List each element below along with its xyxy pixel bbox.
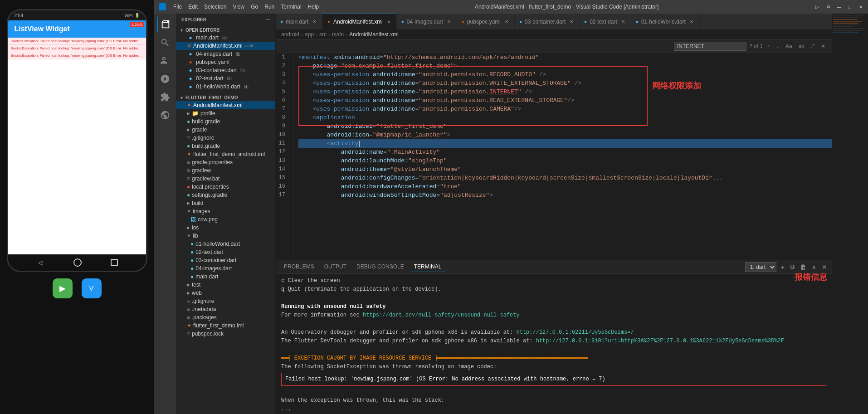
devtools-url[interactable]: http://127.0.0.1:9101?uri=http%3A%2F%2F1… bbox=[536, 338, 784, 344]
tab-03-container[interactable]: ● 03-container.dart ✕ bbox=[515, 14, 580, 29]
tab-02-text[interactable]: ● 02-text.dart ✕ bbox=[580, 14, 631, 29]
tab-04-images[interactable]: ● 04-images.dart ✕ bbox=[397, 14, 457, 29]
close-button[interactable]: ✕ bbox=[858, 4, 863, 10]
menu-go[interactable]: Go bbox=[251, 4, 258, 10]
breadcrumb-main[interactable]: main bbox=[332, 31, 344, 38]
03-close[interactable]: ✕ bbox=[568, 19, 575, 25]
project-gradle-folder[interactable]: ▶ gradle bbox=[176, 126, 275, 134]
project-gradlew[interactable]: ≡ gradlew bbox=[176, 166, 275, 175]
open-editors-section[interactable]: ▼ OPEN EDITORS bbox=[176, 26, 275, 34]
02-close[interactable]: ✕ bbox=[620, 19, 626, 25]
project-gradle-properties[interactable]: ≡ gradle.properties bbox=[176, 158, 275, 166]
tab-01-hello[interactable]: ● 01-helloWorld.dart ✕ bbox=[631, 14, 700, 29]
project-gitignore-2[interactable]: ≡ .gitignore bbox=[176, 297, 275, 305]
tab-androidmanifest[interactable]: ✦ AndroidManifest.xml ✕ bbox=[322, 14, 397, 29]
app-icon-2[interactable]: V bbox=[82, 278, 102, 298]
breadcrumb-app[interactable]: app bbox=[305, 31, 314, 38]
project-local-properties[interactable]: ● local.properties bbox=[176, 183, 275, 191]
manifest-close[interactable]: ✕ bbox=[385, 19, 392, 25]
find-input[interactable] bbox=[674, 42, 746, 51]
activity-source-control[interactable] bbox=[157, 53, 173, 69]
project-images-folder[interactable]: ▼ images bbox=[176, 207, 275, 215]
project-01-hello[interactable]: ● 01-helloWorld.dart bbox=[176, 240, 275, 248]
project-test-folder[interactable]: ▶ test bbox=[176, 281, 275, 289]
project-metadata[interactable]: ≡ .metadata bbox=[176, 305, 275, 313]
project-pubspec-lock[interactable]: ≡ pubspec.lock bbox=[176, 330, 275, 338]
tab-main-dart[interactable]: ● main.dart ✕ bbox=[276, 14, 322, 29]
01-close[interactable]: ✕ bbox=[688, 19, 695, 25]
recents-button[interactable] bbox=[111, 259, 118, 266]
project-build-gradle-2[interactable]: ● build.gradle bbox=[176, 142, 275, 150]
project-androidmanifest[interactable]: ✦ AndroidManifest.xml bbox=[176, 101, 275, 109]
explorer-more[interactable]: ··· bbox=[266, 17, 270, 22]
activity-search[interactable] bbox=[157, 34, 173, 51]
terminal-chevron-up[interactable]: ∧ bbox=[811, 263, 817, 272]
find-whole-word[interactable]: ab bbox=[797, 42, 806, 50]
project-web-folder[interactable]: ▶ web bbox=[176, 289, 275, 297]
project-settings-gradle[interactable]: ● settings.gradle bbox=[176, 191, 275, 199]
home-button[interactable] bbox=[73, 258, 82, 267]
split-editor-button[interactable]: ⧉ bbox=[825, 4, 831, 10]
terminal-selector[interactable]: 1: dart bbox=[745, 262, 776, 272]
terminal-trash[interactable]: 🗑 bbox=[799, 263, 807, 272]
open-editor-pubspec[interactable]: ● pubspec.yaml bbox=[176, 58, 275, 66]
pubspec-close[interactable]: ✕ bbox=[503, 19, 510, 25]
null-safety-url[interactable]: https://dart.dev/null-safety/unsound-nul… bbox=[363, 312, 520, 318]
menu-help[interactable]: Help bbox=[308, 4, 319, 10]
menu-edit[interactable]: Edit bbox=[188, 4, 198, 10]
activity-debug[interactable] bbox=[157, 71, 173, 87]
find-match-case[interactable]: Aa bbox=[784, 42, 794, 50]
project-lib-folder[interactable]: ▼ lib bbox=[176, 232, 275, 240]
menu-file[interactable]: File bbox=[173, 4, 182, 10]
menu-selection[interactable]: Selection bbox=[204, 4, 226, 10]
activity-remote[interactable] bbox=[157, 107, 173, 123]
find-close[interactable]: ✕ bbox=[819, 42, 827, 50]
tab-problems[interactable]: PROBLEMS bbox=[279, 262, 319, 272]
run-button[interactable]: ▷ bbox=[814, 4, 820, 10]
breadcrumb-src[interactable]: src bbox=[319, 31, 327, 38]
find-next[interactable]: ↓ bbox=[775, 42, 781, 50]
breadcrumb-file[interactable]: AndroidManifest.xml bbox=[349, 31, 399, 38]
project-build-folder[interactable]: ▶ build bbox=[176, 199, 275, 207]
tab-terminal[interactable]: TERMINAL bbox=[410, 262, 446, 272]
find-prev[interactable]: ↑ bbox=[766, 42, 772, 50]
breadcrumb-android[interactable]: android bbox=[281, 31, 299, 38]
back-button[interactable]: ◁ bbox=[36, 258, 45, 267]
project-ios-folder[interactable]: ▶ ios bbox=[176, 224, 275, 232]
maximize-button[interactable]: □ bbox=[847, 4, 853, 10]
open-editor-main-dart[interactable]: ● main.dart lib bbox=[176, 34, 275, 42]
open-editor-androidmanifest[interactable]: ✕ AndroidManifest.xml andr... bbox=[176, 42, 275, 50]
project-flutter-android-iml[interactable]: ✦ flutter_first_demo_android.iml bbox=[176, 150, 275, 158]
panel-close[interactable]: ✕ bbox=[821, 263, 828, 272]
find-regex[interactable]: .* bbox=[809, 42, 816, 50]
menu-terminal[interactable]: Terminal bbox=[281, 4, 301, 10]
project-flutter-iml[interactable]: ✦ flutter_first_demo.iml bbox=[176, 321, 275, 330]
tab-debug-console[interactable]: DEBUG CONSOLE bbox=[352, 262, 409, 272]
project-gitignore-1[interactable]: ≡ .gitignore bbox=[176, 134, 275, 142]
open-editor-04-images[interactable]: ● 04-images.dart lib bbox=[176, 50, 275, 58]
project-build-gradle-1[interactable]: ● build.gradle bbox=[176, 117, 275, 126]
project-profile[interactable]: ▶ 📁 profile bbox=[176, 109, 275, 117]
observatory-url[interactable]: http://127.0.0.1:62211/Uy5eScDezms=/ bbox=[516, 329, 634, 336]
04-close[interactable]: ✕ bbox=[446, 19, 452, 25]
project-gradlew-bat[interactable]: ≡ gradlew.bat bbox=[176, 175, 275, 183]
app-icon-1[interactable]: ▶ bbox=[53, 278, 73, 298]
tab-output[interactable]: OUTPUT bbox=[320, 262, 351, 272]
main-dart-close[interactable]: ✕ bbox=[311, 19, 317, 25]
menu-view[interactable]: View bbox=[233, 4, 244, 10]
activity-files[interactable] bbox=[157, 16, 173, 33]
open-editor-01-hello[interactable]: ● 01-helloWorld.dart lib bbox=[176, 83, 275, 91]
project-section[interactable]: ▼ FLUTTER_FIRST_DEMO bbox=[176, 93, 275, 101]
project-cow-png[interactable]: 🖼 cow.png bbox=[176, 215, 275, 224]
project-04-images[interactable]: ● 04-images.dart bbox=[176, 264, 275, 273]
activity-extensions[interactable] bbox=[157, 89, 173, 105]
project-03-container[interactable]: ● 03-container.dart bbox=[176, 256, 275, 264]
project-packages[interactable]: ≡ .packages bbox=[176, 313, 275, 321]
project-02-text[interactable]: ● 02-text.dart bbox=[176, 248, 275, 256]
terminal-split[interactable]: ⧉ bbox=[789, 262, 795, 272]
terminal-add[interactable]: + bbox=[780, 263, 785, 272]
terminal-content[interactable]: c Clear the screen q Quit (terminate the… bbox=[276, 274, 832, 414]
code-editor[interactable]: 1 2 3 4 5 6 7 8 9 10 11 12 13 bbox=[276, 53, 832, 260]
minimize-button[interactable]: — bbox=[836, 4, 842, 10]
open-editor-03-container[interactable]: ● 03-container.dart lib bbox=[176, 66, 275, 74]
